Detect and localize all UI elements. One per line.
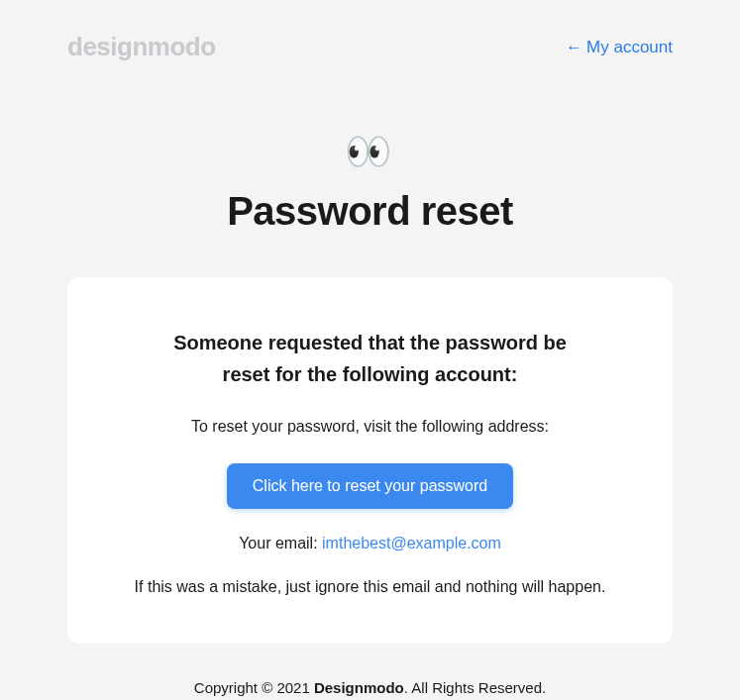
email-line: Your email: imthebest@example.com (107, 535, 633, 552)
footer-suffix: . All Rights Reserved. (404, 679, 546, 696)
footer-brand: Designmodo (314, 679, 404, 696)
card-heading: Someone requested that the password be r… (107, 327, 633, 390)
footer-prefix: Copyright © 2021 (194, 679, 314, 696)
eyes-icon: 👀 (67, 130, 673, 173)
disclaimer-text: If this was a mistake, just ignore this … (107, 578, 633, 596)
arrow-left-icon: ← (566, 38, 582, 57)
reset-password-button[interactable]: Click here to reset your password (227, 463, 513, 509)
my-account-label: My account (586, 38, 673, 56)
page-title: Password reset (67, 189, 673, 234)
content-card: Someone requested that the password be r… (67, 277, 673, 644)
email-container: designmodo ←My account 👀 Password reset … (0, 0, 740, 696)
hero: 👀 Password reset (67, 130, 673, 234)
logo: designmodo (67, 32, 216, 62)
card-heading-line2: reset for the following account: (223, 363, 518, 385)
email-label: Your email: (239, 535, 322, 551)
footer: Copyright © 2021 Designmodo. All Rights … (67, 679, 673, 696)
my-account-link[interactable]: ←My account (566, 38, 673, 57)
email-link[interactable]: imthebest@example.com (322, 535, 501, 551)
instruction-text: To reset your password, visit the follow… (107, 418, 633, 436)
header: designmodo ←My account (67, 32, 673, 62)
card-heading-line1: Someone requested that the password be (173, 332, 567, 353)
